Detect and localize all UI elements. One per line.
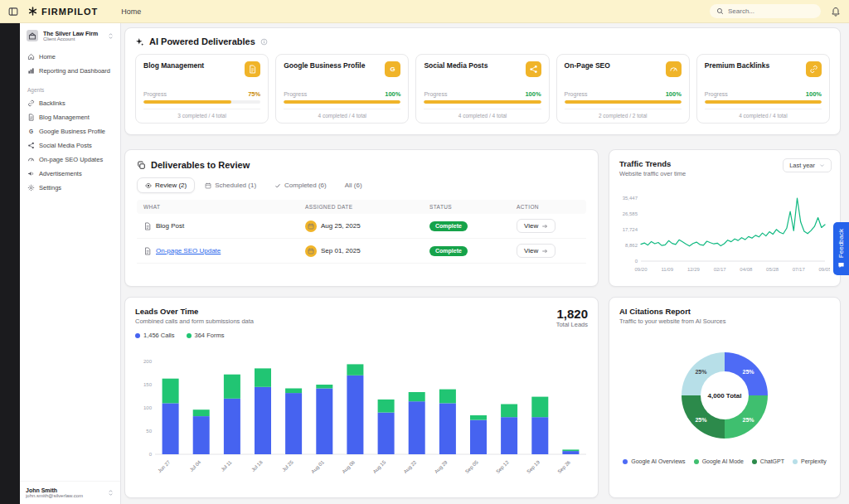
cell-status: Complete: [423, 221, 510, 231]
view-button[interactable]: View: [517, 244, 555, 258]
legend-label: 1,456 Calls: [143, 332, 175, 339]
svg-text:17,724: 17,724: [623, 227, 638, 232]
leads-total-label: Total Leads: [556, 321, 588, 328]
info-icon[interactable]: [260, 38, 268, 46]
legend-dot: [694, 459, 699, 464]
legend-label: ChatGPT: [760, 458, 784, 464]
slice-percent-label: 25%: [743, 369, 754, 375]
deliverable-icon-badge: G: [385, 61, 400, 77]
search-input[interactable]: [728, 7, 814, 15]
cell-assigned-date: Sep 01, 2025: [298, 245, 423, 257]
deliverables-to-review-card: Deliverables to Review Review (2)Schedul…: [124, 149, 599, 287]
chevrons-up-down-icon: [107, 32, 114, 40]
sidebar-spacer: [20, 196, 120, 481]
svg-text:04/08: 04/08: [740, 267, 753, 272]
sidebar-item-home[interactable]: Home: [24, 50, 116, 64]
agents-section-label: Agents: [20, 80, 120, 94]
svg-text:200: 200: [143, 359, 153, 364]
svg-text:50: 50: [146, 429, 152, 434]
home-icon: [27, 53, 35, 61]
collapsed-left-rail: [0, 23, 20, 504]
sidebar-item-backlinks[interactable]: Backlinks: [24, 96, 116, 110]
sidebar-item-label: Settings: [39, 184, 61, 191]
doc-icon: [27, 114, 35, 121]
deliverable-card-on-page-seo: On-Page SEOProgress100%2 completed / 2 t…: [556, 54, 690, 124]
calendar-badge: [305, 220, 317, 232]
sidebar-nav-main: HomeReporting and Dashboard: [20, 48, 120, 80]
column-header: STATUS: [423, 204, 510, 210]
svg-text:Jul 18: Jul 18: [250, 459, 264, 472]
donut-center-label: 4,000 Total: [701, 371, 749, 419]
sidebar-item-on-page-seo-updates[interactable]: On-page SEO Updates: [24, 153, 116, 167]
account-text: The Silver Law Firm Client Account: [43, 31, 103, 41]
view-button[interactable]: View: [517, 219, 555, 233]
feedback-button[interactable]: Feedback: [833, 222, 849, 275]
panel-left-icon: [8, 7, 18, 17]
brand: FIRMPILOT: [28, 7, 98, 17]
tab-completed-6[interactable]: Completed (6): [266, 177, 335, 193]
progress-percent: 100%: [806, 90, 822, 98]
view-label: View: [524, 222, 538, 230]
column-header: WHAT: [137, 204, 298, 210]
table-body: Blog PostAug 25, 2025CompleteViewOn-page…: [137, 214, 586, 264]
doc-icon: [143, 222, 152, 230]
ai-deliverables-header: AI Powered Deliverables: [135, 36, 830, 46]
svg-text:Jul 11: Jul 11: [220, 459, 233, 472]
progress-fill: [424, 100, 541, 104]
topbar-page-link[interactable]: Home: [121, 7, 141, 16]
arrow-right-icon: [541, 223, 548, 230]
deliverable-title: Blog Management: [143, 61, 260, 70]
deliverable-completed-count: 2 completed / 2 total: [565, 109, 682, 119]
citations-legend-item: Google AI Overviews: [623, 458, 685, 464]
table-header-row: WHATASSIGNED DATESTATUSACTION: [137, 200, 586, 214]
review-tabs: Review (2)Scheduled (1)Completed (6)All …: [137, 177, 586, 193]
leads-total-block: 1,820 Total Leads: [556, 307, 588, 328]
sidebar-item-social-media-posts[interactable]: Social Media Posts: [24, 138, 116, 153]
deliverable-completed-count: 4 completed / 4 total: [424, 109, 541, 119]
user-email: john.smith@silverlaw.com: [26, 493, 103, 498]
user-menu[interactable]: John Smith john.smith@silverlaw.com: [20, 481, 120, 504]
sidebar-item-google-business-profile[interactable]: GGoogle Business Profile: [24, 124, 116, 138]
ai-deliverables-title: AI Powered Deliverables: [149, 36, 255, 46]
progress-row: Progress75%: [143, 90, 260, 98]
topbar: FIRMPILOT Home: [0, 0, 849, 23]
column-header: ACTION: [510, 204, 586, 210]
svg-text:Aug 29: Aug 29: [434, 459, 449, 474]
sidebar-item-blog-management[interactable]: Blog Management: [24, 110, 116, 124]
sidebar-item-settings[interactable]: Settings: [24, 181, 116, 195]
cell-action: View: [510, 219, 586, 233]
tab-all-6[interactable]: All (6): [337, 177, 371, 193]
search-box[interactable]: [710, 4, 821, 18]
calendar-badge: [305, 245, 317, 257]
deliverable-icon-badge: [666, 61, 682, 77]
range-select[interactable]: Last year: [783, 158, 832, 172]
deliverable-card-social-media-posts: Social Media PostsProgress100%4 complete…: [415, 54, 549, 124]
progress-row: Progress100%: [705, 90, 822, 98]
traffic-chart: 35,44726,58517,7248,862009/2011/0912/290…: [616, 190, 830, 278]
progress-bar: [284, 100, 400, 104]
leads-legend-item: 364 Forms: [187, 332, 225, 339]
svg-text:12/29: 12/29: [687, 267, 701, 272]
link-icon: [27, 99, 35, 107]
date-text: Sep 01, 2025: [321, 247, 361, 254]
svg-text:150: 150: [143, 382, 153, 387]
deliverable-card-blog-management: Blog ManagementProgress75%3 completed / …: [135, 54, 269, 124]
svg-text:100: 100: [143, 405, 153, 410]
tab-review-2[interactable]: Review (2): [137, 177, 195, 193]
slice-percent-label: 25%: [743, 416, 754, 422]
tab-scheduled-1[interactable]: Scheduled (1): [196, 177, 264, 193]
firm-avatar: [26, 29, 39, 42]
notifications-button[interactable]: [831, 7, 841, 17]
deliverable-completed-count: 4 completed / 4 total: [284, 109, 400, 119]
sidebar-nav-agents: BacklinksBlog ManagementGGoogle Business…: [20, 94, 120, 196]
leads-total-value: 1,820: [556, 307, 588, 321]
sidebar-toggle-button[interactable]: [8, 7, 18, 17]
leads-subtitle: Combined calls and form submissions data: [135, 317, 254, 325]
progress-percent: 100%: [525, 90, 541, 98]
main-content: AI Powered Deliverables Blog ManagementP…: [121, 23, 849, 504]
sidebar-item-advertisements[interactable]: Advertisements: [24, 167, 116, 181]
range-select-value: Last year: [789, 162, 815, 169]
account-switcher[interactable]: The Silver Law Firm Client Account: [20, 23, 120, 48]
deliverable-link[interactable]: On-page SEO Update: [156, 247, 221, 254]
sidebar-item-reporting-and-dashboard[interactable]: Reporting and Dashboard: [24, 64, 116, 78]
